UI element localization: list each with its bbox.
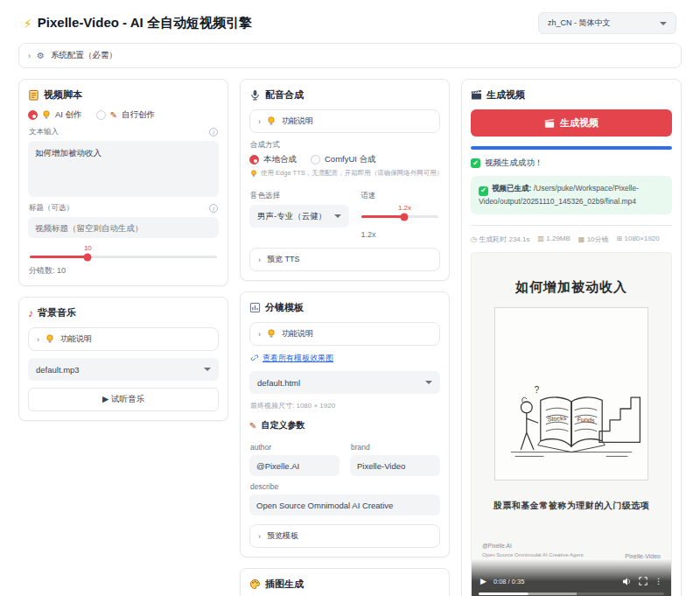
slider-handle[interactable] bbox=[84, 253, 92, 261]
radio-ai-create[interactable]: AI 创作 bbox=[28, 109, 82, 121]
success-message: 视频生成成功！ bbox=[471, 158, 672, 169]
fullscreen-button[interactable] bbox=[639, 577, 648, 585]
title-input-field[interactable] bbox=[28, 217, 219, 238]
pencil-icon: ✎ bbox=[110, 110, 117, 120]
shots-slider[interactable] bbox=[30, 256, 217, 258]
speaker-icon bbox=[622, 577, 632, 586]
image-group-title: 插图生成 bbox=[249, 578, 440, 591]
script-group-title-text: 视频脚本 bbox=[44, 88, 82, 102]
system-config-label: 系统配置（必需） bbox=[51, 50, 117, 61]
info-icon bbox=[209, 204, 218, 213]
play-button[interactable]: ▶ bbox=[480, 577, 486, 585]
lightbulb-icon bbox=[42, 110, 51, 120]
music-file-dropdown[interactable]: default.mp3 bbox=[28, 358, 219, 381]
clapperboard-icon bbox=[471, 89, 482, 101]
chart-icon bbox=[249, 302, 261, 313]
template-help-accordion[interactable]: › 功能说明 bbox=[249, 322, 440, 346]
shots-count-text: 分镜数: 10 bbox=[29, 265, 218, 277]
voice-value: 男声-专业（云健） bbox=[257, 211, 326, 222]
footer-brand: Pixelle-Video bbox=[625, 553, 661, 559]
text-input-label-row: 文本输入 bbox=[29, 127, 218, 137]
lightbulb-icon bbox=[46, 334, 54, 344]
voice-help-label: 功能说明 bbox=[282, 116, 313, 127]
progress-bar bbox=[471, 146, 672, 150]
author-field[interactable] bbox=[249, 455, 340, 476]
author-label-row: author bbox=[250, 443, 339, 452]
app-title-text: Pixelle-Video - AI 全自动短视频引擎 bbox=[38, 15, 252, 32]
disk-icon: ▥ bbox=[537, 235, 544, 242]
generation-stats: ◷ 生成耗时 234.1s ▥ 1.29MB ▦ 10分镜 ⊞ 1080×192… bbox=[471, 235, 672, 244]
voice-dropdown[interactable]: 男声-专业（云健） bbox=[249, 205, 349, 228]
voice-help-accordion[interactable]: › 功能说明 bbox=[249, 109, 440, 133]
voice-group: 配音合成 › 功能说明 合成方式 本地合成 bbox=[240, 79, 450, 281]
clapperboard-icon bbox=[544, 118, 555, 129]
stat-item: ⊞ 1080×1920 bbox=[617, 235, 660, 244]
system-config-accordion[interactable]: › ⚙ 系统配置（必需） bbox=[18, 43, 682, 68]
view-templates-link[interactable]: 查看所有模板效果图 bbox=[262, 353, 333, 364]
slider-handle[interactable] bbox=[401, 213, 409, 221]
palette-icon bbox=[249, 578, 261, 590]
template-preview-label: 预览模板 bbox=[267, 530, 298, 542]
radio-unselected-icon[interactable] bbox=[96, 110, 106, 120]
voice-group-title: 配音合成 bbox=[249, 88, 440, 102]
chevron-down-icon bbox=[425, 381, 432, 384]
check-icon bbox=[471, 158, 480, 168]
generate-group: 生成视频 生成视频 视频生成成功！ 视频已生成: /Users/pu bbox=[461, 79, 682, 596]
info-icon bbox=[209, 128, 218, 137]
header: ⚡ Pixelle-Video - AI 全自动短视频引擎 zh_CN - 简体… bbox=[24, 12, 676, 34]
video-controls: ▶ 0:08 / 0:35 bbox=[472, 559, 671, 596]
tts-preview-accordion[interactable]: › 预览 TTS bbox=[249, 248, 440, 271]
slider-fill bbox=[361, 215, 404, 218]
speed-value-label: 1.2x bbox=[398, 204, 411, 212]
template-help-label: 功能说明 bbox=[282, 328, 313, 340]
template-file-dropdown[interactable]: default.html bbox=[249, 371, 440, 394]
generate-video-button[interactable]: 生成视频 bbox=[471, 109, 672, 137]
describe-label: describe bbox=[250, 482, 278, 491]
question-mark: ? bbox=[535, 386, 540, 396]
method-label-row: 合成方式 bbox=[250, 140, 439, 151]
language-value: zh_CN - 简体中文 bbox=[548, 18, 611, 29]
chevron-right-icon: › bbox=[258, 256, 261, 264]
radio-manual-create[interactable]: ✎ 自行创作 bbox=[96, 109, 155, 121]
volume-button[interactable] bbox=[622, 577, 632, 586]
speed-block: 语速 1.2x 1.2x bbox=[360, 185, 440, 239]
speed-slider-wrap: 1.2x bbox=[361, 215, 438, 218]
radio-unselected-icon[interactable] bbox=[311, 155, 320, 165]
gear-icon: ⚙ bbox=[37, 51, 45, 60]
ruler-icon: ⊞ bbox=[617, 235, 623, 242]
custom-params-text: 自定义参数 bbox=[261, 419, 304, 431]
preview-music-button[interactable]: ▶ 试听音乐 bbox=[28, 388, 219, 411]
video-progress-track[interactable] bbox=[479, 592, 664, 595]
radio-selected-icon[interactable] bbox=[249, 155, 259, 165]
speed-slider[interactable] bbox=[361, 215, 438, 218]
template-preview-accordion[interactable]: › 预览模板 bbox=[249, 524, 440, 548]
music-group-title-text: 背景音乐 bbox=[38, 306, 76, 319]
describe-field[interactable] bbox=[249, 494, 440, 515]
describe-label-row: describe bbox=[250, 482, 439, 491]
video-footer: @Pixelle.AI Open Source Omnimodal AI Cre… bbox=[482, 541, 661, 559]
music-help-accordion[interactable]: › 功能说明 bbox=[28, 327, 219, 351]
video-player[interactable]: 如何增加被动收入 bbox=[471, 252, 672, 596]
kebab-menu-button[interactable]: ⋮ bbox=[654, 577, 662, 585]
radio-comfyui-synth[interactable]: ComfyUI 合成 bbox=[311, 154, 376, 165]
lightbulb-icon bbox=[267, 116, 276, 126]
title-label: 标题（可选） bbox=[29, 203, 74, 214]
music-file-value: default.mp3 bbox=[36, 365, 80, 375]
brand-field[interactable] bbox=[350, 455, 440, 476]
voice-speed-row: 音色选择 男声-专业（云健） 语速 1.2x bbox=[249, 185, 440, 239]
text-input-field[interactable]: 如何增加被动收入 bbox=[28, 141, 219, 197]
language-dropdown[interactable]: zh_CN - 简体中文 bbox=[538, 12, 676, 34]
radio-local-synth[interactable]: 本地合成 bbox=[249, 154, 297, 165]
illustration-frame: ? Stocks Funds bbox=[494, 307, 648, 480]
book-label-left: Stocks bbox=[547, 414, 567, 424]
custom-params-heading: ✎ 自定义参数 bbox=[249, 419, 440, 431]
template-preview-link-row: 查看所有模板效果图 bbox=[250, 353, 439, 364]
speed-value-below: 1.2x bbox=[360, 230, 439, 239]
chevron-right-icon: › bbox=[258, 117, 261, 126]
tts-preview-label: 预览 TTS bbox=[267, 254, 300, 265]
stat-item: ◷ 生成耗时 234.1s bbox=[471, 235, 529, 244]
fullscreen-icon bbox=[639, 577, 648, 585]
generate-group-title-text: 生成视频 bbox=[486, 88, 525, 102]
title-label-row: 标题（可选） bbox=[29, 203, 218, 214]
radio-selected-icon[interactable] bbox=[28, 110, 38, 120]
